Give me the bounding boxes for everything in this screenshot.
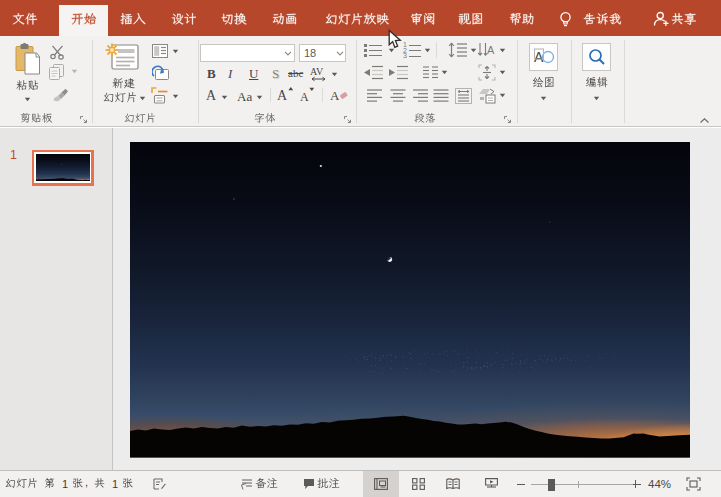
svg-text:A: A [487, 44, 495, 56]
svg-text:AV: AV [310, 66, 324, 77]
